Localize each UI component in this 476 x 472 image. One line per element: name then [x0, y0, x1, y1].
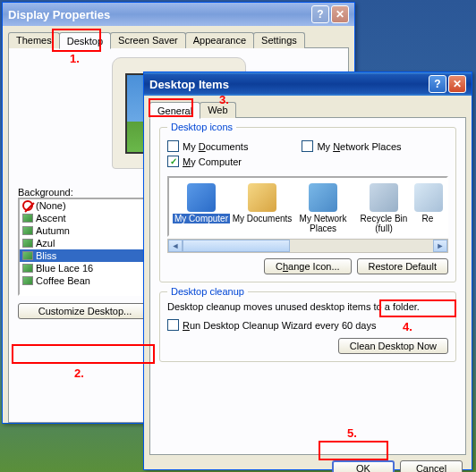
horizontal-scrollbar[interactable]: ◄ ► — [167, 239, 448, 253]
group-legend: Desktop cleanup — [167, 286, 248, 297]
icon-my-network[interactable]: My Network Places — [293, 183, 353, 233]
image-icon — [22, 251, 33, 260]
tab-themes[interactable]: Themes — [8, 32, 60, 48]
clean-desktop-now-button[interactable]: Clean Desktop Now — [338, 338, 448, 354]
list-item: (None) — [20, 199, 159, 212]
image-icon — [22, 214, 33, 223]
checkbox-my-network-places[interactable]: My Network Places — [302, 140, 401, 152]
list-item: Autumn — [20, 224, 159, 237]
icon-recycle-bin-full[interactable]: Recycle Bin (full) — [353, 183, 414, 233]
scroll-right-arrow[interactable]: ► — [433, 240, 447, 252]
checkbox-icon: ✓ — [167, 156, 179, 167]
desktop-items-window: Desktop Items ? ✕ General Web Desktop ic… — [143, 72, 472, 470]
cleanup-description: Desktop cleanup moves unused desktop ite… — [167, 301, 448, 312]
list-item: Blue Lace 16 — [20, 262, 159, 274]
network-icon — [309, 183, 337, 212]
image-icon — [22, 276, 33, 285]
recycle-bin-icon — [414, 183, 443, 212]
restore-default-button[interactable]: Restore Default — [357, 258, 448, 274]
checkbox-label: My Network Places — [317, 141, 401, 152]
checkbox-icon — [167, 140, 179, 152]
checkbox-my-computer[interactable]: ✓ My Computer — [167, 156, 242, 167]
folder-icon — [248, 183, 276, 212]
tab-appearance[interactable]: Appearance — [185, 32, 254, 48]
titlebar-desktop-items: Desktop Items ? ✕ — [144, 72, 472, 96]
icon-recycle-bin-empty[interactable]: Re — [414, 183, 441, 233]
tab-web[interactable]: Web — [200, 102, 235, 118]
close-button[interactable]: ✕ — [448, 75, 466, 93]
change-icon-button[interactable]: Change Icon... — [264, 258, 352, 274]
checkbox-label: My Computer — [183, 156, 242, 167]
none-icon — [22, 200, 33, 211]
tabstrip: General Web — [144, 97, 472, 118]
close-button[interactable]: ✕ — [331, 5, 349, 23]
group-legend: Desktop icons — [167, 122, 236, 132]
tab-general[interactable]: General — [149, 102, 200, 119]
tab-panel-general: Desktop icons My Documents My Network Pl… — [149, 117, 466, 455]
customize-desktop-button[interactable]: Customize Desktop... — [18, 303, 152, 319]
list-item: Azul — [20, 237, 159, 249]
titlebar-display-properties: Display Properties ? ✕ — [3, 3, 354, 26]
checkbox-icon — [302, 140, 313, 152]
cancel-button[interactable]: Cancel — [400, 460, 463, 472]
ok-button[interactable]: OK — [332, 460, 395, 472]
window-title: Display Properties — [8, 8, 110, 21]
desktop-cleanup-group: Desktop cleanup Desktop cleanup moves un… — [159, 291, 456, 362]
tab-settings[interactable]: Settings — [253, 32, 305, 48]
tab-desktop[interactable]: Desktop — [59, 32, 111, 49]
tab-screensaver[interactable]: Screen Saver — [110, 32, 186, 48]
desktop-icons-group: Desktop icons My Documents My Network Pl… — [159, 127, 456, 282]
checkbox-label: My Documents — [183, 141, 248, 152]
icon-preview-list[interactable]: My Computer My Documents My Network Plac… — [167, 176, 448, 237]
icon-my-computer[interactable]: My Computer — [171, 183, 232, 233]
list-item-selected: Bliss — [20, 249, 159, 262]
image-icon — [22, 264, 33, 273]
tabstrip: Themes Desktop Screen Saver Appearance S… — [3, 27, 354, 48]
checkbox-my-documents[interactable]: My Documents — [167, 140, 248, 152]
window-title: Desktop Items — [149, 78, 229, 91]
icon-my-documents[interactable]: My Documents — [232, 183, 293, 233]
checkbox-cleanup-wizard[interactable]: Run Desktop Cleanup Wizard every 60 days — [167, 319, 448, 331]
scroll-left-arrow[interactable]: ◄ — [168, 240, 183, 252]
recycle-bin-icon — [370, 183, 398, 212]
scroll-thumb[interactable] — [183, 240, 290, 252]
computer-icon — [187, 183, 216, 212]
help-button[interactable]: ? — [429, 75, 446, 93]
help-button[interactable]: ? — [311, 5, 329, 23]
image-icon — [22, 239, 33, 248]
checkbox-label: Run Desktop Cleanup Wizard every 60 days — [183, 320, 376, 331]
checkbox-icon — [167, 319, 179, 331]
list-item: Coffee Bean — [20, 274, 159, 287]
image-icon — [22, 226, 33, 235]
background-list[interactable]: (None) Ascent Autumn Azul Bliss Blue Lac… — [18, 198, 161, 296]
list-item: Ascent — [20, 212, 159, 224]
